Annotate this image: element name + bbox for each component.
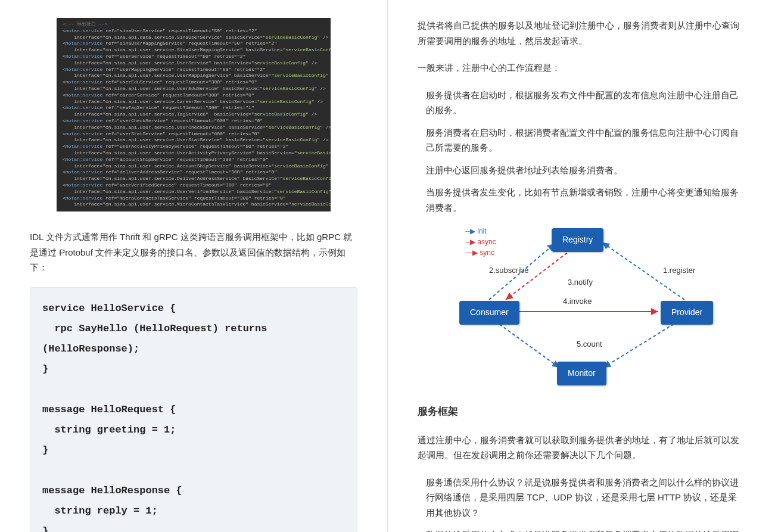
framework-item: 服务通信采用什么协议？就是说服务提供者和服务消费者之间以什么样的协议进行网络通信… <box>426 475 745 521</box>
label-count: 5.count <box>577 338 602 351</box>
framework-item: 数据传输采用什么方式？就是说服务提供者和服务消费者之间的数据传输采用哪种方式，是… <box>426 527 745 532</box>
idl-paragraph: IDL 文件方式通常用作 Thrift 和 gRPC 这类跨语言服务调用框架中，… <box>30 229 357 275</box>
heading-framework: 服务框架 <box>418 403 745 421</box>
flow-item: 注册中心返回服务提供者地址列表给服务消费者。 <box>426 163 745 178</box>
right-column: 提供者将自己提供的服务以及地址登记到注册中心，服务消费者则从注册中心查询所需要调… <box>388 0 775 532</box>
diagram-legend: --▶ init --▶ async —▶ sync <box>465 226 496 258</box>
page: <!-- 导出接口 --> <motan:service ref="sinaUs… <box>0 0 775 532</box>
xml-config-image: <!-- 导出接口 --> <motan:service ref="sinaUs… <box>57 18 331 211</box>
protobuf-code-block: service HelloService { rpc SayHello (Hel… <box>30 287 357 532</box>
flow-intro-paragraph: 一般来讲，注册中心的工作流程是： <box>418 60 745 76</box>
label-invoke: 4.invoke <box>563 295 592 308</box>
svg-line-5 <box>603 321 678 368</box>
label-register: 1.register <box>663 264 695 277</box>
svg-line-4 <box>495 321 559 368</box>
flow-item: 服务消费者在启动时，根据消费者配置文件中配置的服务信息向注册中心订阅自己所需要的… <box>426 125 745 155</box>
provider-paragraph: 提供者将自己提供的服务以及地址登记到注册中心，服务消费者则从注册中心查询所需要调… <box>418 18 745 48</box>
framework-paragraph: 通过注册中心，服务消费者就可以获取到服务提供者的地址，有了地址后就可以发起调用。… <box>418 433 745 463</box>
framework-list: 服务通信采用什么协议？就是说服务提供者和服务消费者之间以什么样的协议进行网络通信… <box>418 475 745 532</box>
legend-init: --▶ init <box>465 226 496 237</box>
registry-diagram: --▶ init --▶ async —▶ sync Registry Cons… <box>429 225 733 385</box>
flow-item: 服务提供者在启动时，根据服务发布文件中配置的发布信息向注册中心注册自己的服务。 <box>426 88 745 118</box>
node-provider: Provider <box>661 301 713 325</box>
node-registry: Registry <box>552 228 603 252</box>
legend-async: --▶ async <box>465 237 496 247</box>
flow-item: 当服务提供者发生变化，比如有节点新增或者销毁，注册中心将变更通知给服务消费者。 <box>426 185 745 215</box>
flow-list: 服务提供者在启动时，根据服务发布文件中配置的发布信息向注册中心注册自己的服务。服… <box>418 88 745 216</box>
label-subscribe: 2.subscribe <box>489 264 528 277</box>
node-monitor: Monitor <box>557 362 606 385</box>
left-column: <!-- 导出接口 --> <motan:service ref="sinaUs… <box>0 0 388 532</box>
label-notify: 3.notify <box>568 276 593 289</box>
node-consumer: Consumer <box>459 301 519 325</box>
legend-sync: —▶ sync <box>465 247 496 258</box>
